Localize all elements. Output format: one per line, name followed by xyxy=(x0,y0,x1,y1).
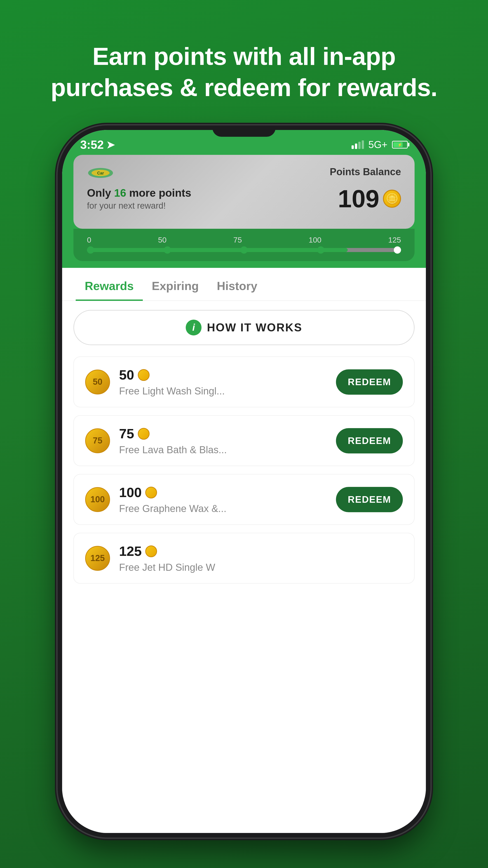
brand-logo: Car xyxy=(87,166,114,180)
progress-dot-0 xyxy=(87,246,94,254)
points-number-area: 109 🪙 xyxy=(338,184,401,213)
progress-label-50: 50 xyxy=(158,236,166,244)
reward-desc-75: Free Lava Bath & Blas... xyxy=(119,444,327,456)
camera-notch xyxy=(213,125,275,137)
tab-expiring[interactable]: Expiring xyxy=(143,268,208,301)
progress-label-125: 125 xyxy=(388,236,401,244)
reward-item-50: 50 50 Free Light Wash Singl... REDEEM xyxy=(73,356,415,407)
reward-item-125: 125 125 Free Jet HD Single W xyxy=(73,533,415,584)
progress-dot-125 xyxy=(394,246,401,254)
reward-item-75: 75 75 Free Lava Bath & Blas... REDEEM xyxy=(73,415,415,466)
reward-info-50: 50 Free Light Wash Singl... xyxy=(119,367,327,397)
progress-dot-50 xyxy=(164,246,171,254)
reward-badge-100: 100 xyxy=(85,487,110,512)
tab-rewards[interactable]: Rewards xyxy=(76,268,143,301)
reward-badge-75: 75 xyxy=(85,428,110,453)
status-time: 3:52 ➤ xyxy=(80,138,115,151)
svg-text:Car: Car xyxy=(97,171,104,176)
info-icon: i xyxy=(186,320,201,336)
redeem-button-50[interactable]: REDEEM xyxy=(336,369,403,395)
progress-dot-75 xyxy=(240,246,248,254)
status-right-icons: 5G+ ⚡ xyxy=(352,139,408,150)
tab-history[interactable]: History xyxy=(208,268,266,301)
reward-points-50: 50 xyxy=(119,367,134,383)
redeem-button-100[interactable]: REDEEM xyxy=(336,487,403,512)
points-card-top: Car Points Balance xyxy=(87,166,401,180)
progress-label-0: 0 xyxy=(87,236,91,244)
progress-section: 0 50 75 100 125 xyxy=(73,229,415,261)
headline: Earn points with all in-app purchases & … xyxy=(0,0,488,125)
progress-label-100: 100 xyxy=(308,236,322,244)
progress-track xyxy=(87,248,401,252)
reward-points-100: 100 xyxy=(119,485,142,500)
coin-icon-small-125 xyxy=(145,546,157,557)
reward-info-125: 125 Free Jet HD Single W xyxy=(119,544,403,573)
how-it-works-button[interactable]: i HOW IT WORKS xyxy=(73,310,415,345)
points-card: Car Points Balance Only 16 more points f… xyxy=(73,155,415,229)
progress-labels: 0 50 75 100 125 xyxy=(87,236,401,244)
phone-frame: 3:52 ➤ 5G+ ⚡ xyxy=(58,125,430,837)
coin-icon-small-50 xyxy=(138,369,150,381)
scroll-content[interactable]: i HOW IT WORKS 50 50 Free Light Wash Sin… xyxy=(62,301,426,833)
network-label: 5G+ xyxy=(368,139,387,150)
points-text-area: Only 16 more points for your next reward… xyxy=(87,187,338,211)
reward-desc-100: Free Graphene Wax &... xyxy=(119,503,327,514)
progress-dot-100 xyxy=(317,246,324,254)
points-balance-number: 109 xyxy=(338,184,379,213)
balance-label: Points Balance xyxy=(330,166,401,178)
progress-dots xyxy=(87,246,401,254)
phone-screen: 3:52 ➤ 5G+ ⚡ xyxy=(62,130,426,833)
reward-points-75: 75 xyxy=(119,426,134,441)
tabs: Rewards Expiring History xyxy=(62,268,426,301)
app-header: Car Points Balance Only 16 more points f… xyxy=(62,155,426,268)
content-area: Rewards Expiring History i HOW IT WORKS … xyxy=(62,268,426,833)
reward-badge-125: 125 xyxy=(85,546,110,571)
points-main-text: Only 16 more points xyxy=(87,187,338,199)
coin-icon-large: 🪙 xyxy=(383,190,401,208)
reward-info-75: 75 Free Lava Bath & Blas... xyxy=(119,426,327,456)
how-it-works-label: HOW IT WORKS xyxy=(207,321,302,334)
reward-badge-50: 50 xyxy=(85,370,110,395)
location-arrow-icon: ➤ xyxy=(106,139,115,151)
coin-icon-small-75 xyxy=(138,428,150,440)
signal-bars-icon xyxy=(352,141,364,149)
redeem-button-75[interactable]: REDEEM xyxy=(336,428,403,454)
progress-label-75: 75 xyxy=(233,236,242,244)
battery-icon: ⚡ xyxy=(392,141,408,149)
reward-item-100: 100 100 Free Graphene Wax &... REDEEM xyxy=(73,474,415,525)
reward-info-100: 100 Free Graphene Wax &... xyxy=(119,485,327,514)
reward-desc-50: Free Light Wash Singl... xyxy=(119,385,327,397)
reward-desc-125: Free Jet HD Single W xyxy=(119,562,403,573)
points-info: Only 16 more points for your next reward… xyxy=(87,184,401,213)
points-sub-text: for your next reward! xyxy=(87,201,338,211)
reward-points-125: 125 xyxy=(119,544,142,559)
coin-icon-small-100 xyxy=(145,487,157,498)
